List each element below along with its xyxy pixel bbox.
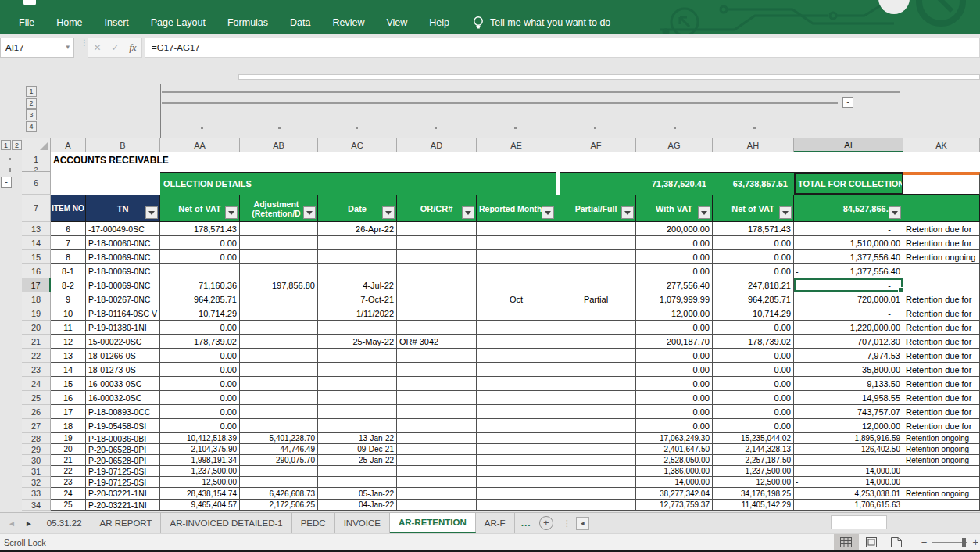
cell-ab-16[interactable] xyxy=(240,264,318,278)
cell-ae-31[interactable] xyxy=(477,466,556,477)
column-header-AK[interactable]: AK xyxy=(903,138,980,152)
filter-dropdown-icon[interactable] xyxy=(462,206,474,219)
cell-ab-28[interactable]: 5,401,228.70 xyxy=(240,433,318,444)
zoom-in-icon[interactable]: + xyxy=(967,536,980,548)
cell-ai-29[interactable]: 126,402.50 xyxy=(794,444,903,455)
cell-tn-13[interactable]: -17-00049-0SC xyxy=(86,222,160,236)
new-sheet-button[interactable]: + xyxy=(539,516,553,530)
page-layout-view-button[interactable] xyxy=(859,534,884,550)
cell-ah-20[interactable]: 0.00 xyxy=(713,321,794,335)
tabs-scroll-left-icon[interactable]: ◄ xyxy=(8,519,16,528)
cell-af-29[interactable] xyxy=(556,444,636,455)
zoom-out-icon[interactable]: − xyxy=(917,536,932,548)
cell-ae-19[interactable] xyxy=(477,306,556,321)
cell-ab-33[interactable]: 6,426,608.73 xyxy=(240,488,318,500)
cell-ae-26[interactable] xyxy=(477,405,556,419)
total-for-collection-header[interactable]: TOTAL FOR COLLECTION xyxy=(794,172,903,195)
cell-ah-24[interactable]: 0.00 xyxy=(713,377,794,391)
cell-ae-32[interactable] xyxy=(477,477,556,488)
cell-ag-17[interactable]: 277,556.40 xyxy=(636,278,713,292)
cell-ag-13[interactable]: 200,000.00 xyxy=(636,222,713,236)
cell-af-19[interactable] xyxy=(556,306,636,321)
cell-ab-31[interactable] xyxy=(240,466,318,477)
cell-aa-24[interactable]: 0.00 xyxy=(160,377,240,391)
cell-ak-24[interactable]: Retention due for xyxy=(903,377,980,391)
cell-ac-19[interactable]: 1/11/2022 xyxy=(318,306,397,321)
cell-ak-34[interactable] xyxy=(903,500,980,511)
cell-ah-34[interactable]: 11,405,142.29 xyxy=(713,500,794,511)
cell-aa-31[interactable]: 1,237,500.00 xyxy=(160,466,240,477)
ribbon-tab-review[interactable]: Review xyxy=(321,14,375,31)
cell-ai-24[interactable]: 9,133.50 xyxy=(794,377,903,391)
collection-details-header[interactable]: OLLECTION DETAILS xyxy=(160,172,556,195)
cell-ad-23[interactable] xyxy=(397,363,477,377)
header-tn[interactable]: TN xyxy=(86,195,160,222)
row-number-1[interactable]: 1 xyxy=(22,152,51,167)
cell-ad-24[interactable] xyxy=(397,377,477,391)
cell-ai-27[interactable]: 12,000.00 xyxy=(794,419,903,433)
row-number-20[interactable]: 20 xyxy=(22,321,51,335)
cell-ak-32[interactable] xyxy=(903,477,980,488)
cell-ad-18[interactable] xyxy=(397,292,477,306)
cell-ai-20[interactable]: 1,220,000.00 xyxy=(794,321,903,335)
cell-ah-32[interactable]: 12,500.00 xyxy=(713,477,794,488)
cell-ac-18[interactable]: 7-Oct-21 xyxy=(318,292,397,306)
cell-item-18[interactable]: 9 xyxy=(51,292,86,306)
cell-tn-29[interactable]: P-20-06528-0PI xyxy=(86,444,160,455)
cell-ad-17[interactable] xyxy=(397,278,477,292)
cell-ag-21[interactable]: 200,187.70 xyxy=(636,335,713,349)
cell-ac-13[interactable]: 26-Apr-22 xyxy=(318,222,397,236)
zoom-slider-handle[interactable] xyxy=(962,538,966,547)
cell-af-22[interactable] xyxy=(556,349,636,363)
cell-ad-26[interactable] xyxy=(397,405,477,419)
cell-aa-32[interactable]: 12,500.00 xyxy=(160,477,240,488)
cell-tn-14[interactable]: P-18-00060-0NC xyxy=(86,236,160,250)
insert-function-icon[interactable]: fx xyxy=(129,41,136,54)
cell-item-21[interactable]: 12 xyxy=(51,335,86,349)
cell-ag-27[interactable]: 0.00 xyxy=(636,419,713,433)
cell-orange-top[interactable] xyxy=(903,172,980,195)
cell-ad-13[interactable] xyxy=(397,222,477,236)
enter-icon[interactable]: ✓ xyxy=(111,42,119,53)
cell-ae-18[interactable]: Oct xyxy=(477,292,556,306)
cell-ak-16[interactable] xyxy=(903,264,980,278)
cell-ah-21[interactable]: 178,739.02 xyxy=(713,335,794,349)
cell-af-16[interactable] xyxy=(556,264,636,278)
cell-item-16[interactable]: 8-1 xyxy=(51,264,86,278)
cell-ah-33[interactable]: 34,176,198.25 xyxy=(713,488,794,500)
cell-tn-18[interactable]: P-18-00267-0NC xyxy=(86,292,160,306)
cell-ak-13[interactable]: Retention due for xyxy=(903,222,980,236)
cell-af-32[interactable] xyxy=(556,477,636,488)
row-number-17[interactable]: 17 xyxy=(22,278,51,292)
cell-ac-15[interactable] xyxy=(318,250,397,264)
cell-tn-19[interactable]: P-18-01164-0SC V xyxy=(86,306,160,321)
cell-item-24[interactable]: 15 xyxy=(51,377,86,391)
cell-ai-32[interactable]: -14,000.00 xyxy=(794,477,903,488)
cell-ai-16[interactable]: -1,377,556.40 xyxy=(794,264,903,278)
sheet-tab-ar-retention[interactable]: AR-RETENTION xyxy=(390,513,476,533)
cell-ag-19[interactable]: 12,000.00 xyxy=(636,306,713,321)
cell-aa-23[interactable]: 0.00 xyxy=(160,363,240,377)
cell-item-27[interactable]: 18 xyxy=(51,419,86,433)
cell-ak-23[interactable]: Retention due for xyxy=(903,363,980,377)
cell-ah-25[interactable]: 0.00 xyxy=(713,391,794,405)
cell-tn-30[interactable]: P-20-06528-0PI xyxy=(86,455,160,466)
cell-ad-33[interactable] xyxy=(397,488,477,500)
cell-af-24[interactable] xyxy=(556,377,636,391)
sheet-tab-ar-f[interactable]: AR-F xyxy=(476,513,515,533)
cell-ad-34[interactable] xyxy=(397,500,477,511)
cell-ad-15[interactable] xyxy=(397,250,477,264)
cell-ad-19[interactable] xyxy=(397,306,477,321)
cell-ak-33[interactable]: Retention ongoing xyxy=(903,488,980,500)
cell-ak-31[interactable] xyxy=(903,466,980,477)
cell-ak-29[interactable]: Retention ongoing xyxy=(903,444,980,455)
cell-ae-22[interactable] xyxy=(477,349,556,363)
cell-ag-29[interactable]: 2,401,647.50 xyxy=(636,444,713,455)
cell-aa-29[interactable]: 2,104,375.90 xyxy=(160,444,240,455)
cell-ab-27[interactable] xyxy=(240,419,318,433)
cell-ac-21[interactable]: 25-May-22 xyxy=(318,335,397,349)
filter-dropdown-icon[interactable] xyxy=(621,206,634,219)
cell-ai-17[interactable]: - xyxy=(794,278,903,292)
cell-aa-18[interactable]: 964,285.71 xyxy=(160,292,240,306)
cell-ad-20[interactable] xyxy=(397,321,477,335)
